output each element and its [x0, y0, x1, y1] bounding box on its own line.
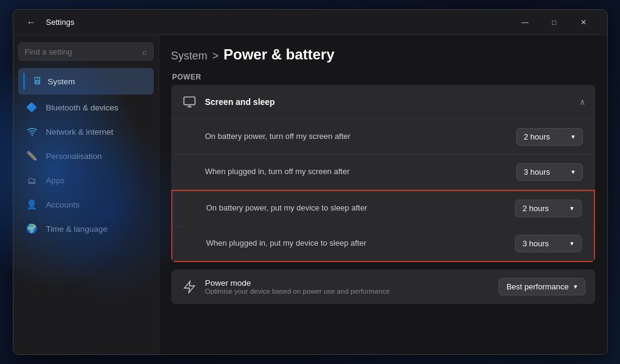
chevron-down-icon: ▾ [571, 168, 575, 176]
back-icon: ← [27, 17, 36, 28]
svg-rect-1 [183, 97, 194, 105]
window-controls: — □ ✕ [511, 13, 598, 32]
settings-row-battery-screen: On battery power, turn off my screen aft… [171, 120, 595, 155]
row-label: When plugged in, turn off my screen afte… [205, 166, 350, 177]
chevron-down-icon: ▾ [571, 133, 575, 141]
settings-row-plugged-sleep: When plugged in, put my device to sleep … [172, 226, 594, 261]
card-title: Screen and sleep [205, 97, 275, 107]
main-content: System > Power & battery Power [159, 35, 607, 354]
power-mode-title: Power mode [205, 278, 390, 288]
battery-sleep-dropdown[interactable]: 2 hours ▾ [515, 200, 582, 217]
breadcrumb: System [171, 50, 208, 62]
page-title: Power & battery [223, 46, 335, 63]
dropdown-value: 3 hours [524, 167, 550, 177]
card-header[interactable]: Screen and sleep ∧ [171, 85, 595, 120]
window-title: Settings [46, 18, 511, 27]
close-button[interactable]: ✕ [570, 13, 598, 32]
maximize-button[interactable]: □ [540, 13, 568, 32]
titlebar: ← Settings — □ ✕ [13, 10, 607, 35]
settings-row-plugged-screen: When plugged in, turn off my screen afte… [171, 155, 595, 190]
section-label: Power [171, 73, 595, 81]
dropdown-value: 3 hours [523, 239, 549, 248]
power-mode-row: Power mode Optimise your device based on… [171, 269, 595, 304]
power-mode-text: Power mode Optimise your device based on… [205, 278, 390, 295]
chevron-down-icon: ▾ [570, 240, 574, 248]
settings-row-battery-sleep: On battery power, put my device to sleep… [172, 191, 594, 226]
chevron-down-icon: ▾ [570, 204, 574, 212]
minimize-button[interactable]: — [511, 13, 539, 32]
screen-icon [181, 93, 198, 110]
screen-sleep-card: Screen and sleep ∧ On battery power, tur… [171, 85, 595, 262]
breadcrumb-separator: > [213, 50, 219, 62]
highlighted-sleep-section: On battery power, put my device to sleep… [171, 190, 595, 262]
row-label: On battery power, put my device to sleep… [206, 203, 367, 214]
dropdown-value: 2 hours [524, 132, 550, 141]
card-header-left: Screen and sleep [181, 93, 275, 110]
row-label: On battery power, turn off my screen aft… [205, 131, 351, 142]
chevron-down-icon: ▾ [574, 283, 577, 291]
back-button[interactable]: ← [23, 14, 40, 31]
power-mode-left: Power mode Optimise your device based on… [181, 278, 390, 295]
power-mode-dropdown[interactable]: Best performance ▾ [499, 278, 585, 295]
power-mode-subtitle: Optimise your device based on power use … [205, 288, 390, 295]
plugged-screen-dropdown[interactable]: 3 hours ▾ [516, 163, 583, 181]
dropdown-value: 2 hours [523, 204, 549, 213]
dropdown-value: Best performance [506, 282, 569, 291]
chevron-up-icon[interactable]: ∧ [579, 97, 585, 107]
plugged-sleep-dropdown[interactable]: 3 hours ▾ [515, 235, 582, 252]
row-label: When plugged in, put my device to sleep … [206, 238, 367, 249]
battery-screen-dropdown[interactable]: 2 hours ▾ [516, 128, 583, 146]
page-header: System > Power & battery [171, 35, 595, 73]
